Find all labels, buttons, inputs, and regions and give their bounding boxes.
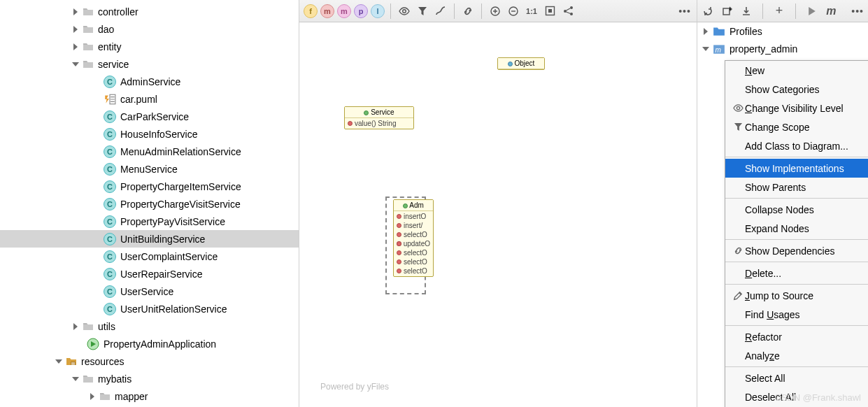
node-row: selectO <box>404 249 427 257</box>
path-icon[interactable] <box>433 3 448 19</box>
zoom-out-icon[interactable] <box>506 3 521 19</box>
chevron-right-icon[interactable] <box>70 8 81 15</box>
link-icon[interactable] <box>460 3 476 19</box>
maven-profiles[interactable]: Profiles <box>697 22 868 40</box>
menu-item[interactable]: Show ParentsCtrl+Alt+P <box>725 178 868 197</box>
zoom-in-icon[interactable] <box>488 3 503 19</box>
tree-folder-utils[interactable]: utils <box>0 317 299 335</box>
tree-label: MenuAdminRelationService <box>120 146 241 157</box>
menu-label: Analyze <box>745 350 868 362</box>
chevron-down-icon[interactable] <box>70 376 81 383</box>
tree-item[interactable]: CPropertyChargeVisitService <box>0 195 299 213</box>
more-icon[interactable]: ••• <box>677 3 692 19</box>
tree-folder-service[interactable]: service <box>0 55 299 73</box>
class-icon: C <box>104 145 116 158</box>
menu-label: Show Implementations <box>745 163 868 174</box>
tree-item[interactable]: CPropertyPayVisitService <box>0 213 299 230</box>
download-icon[interactable] <box>741 3 753 19</box>
tree-item-app[interactable]: PropertyAdminApplication <box>0 335 299 352</box>
tree-item[interactable]: CPropertyChargeItemService <box>0 178 299 195</box>
tree-item[interactable]: CCarParkService <box>0 108 299 125</box>
puml-icon <box>104 93 116 106</box>
share-icon[interactable] <box>560 3 576 19</box>
tree-label: PropertyChargeItemService <box>120 181 241 192</box>
maven-toolbar: + m ••• <box>697 0 868 22</box>
filter-m-button[interactable]: m <box>337 4 351 18</box>
filter-I-button[interactable]: I <box>371 4 385 18</box>
tree-item[interactable]: CHouseInfoService <box>0 125 299 143</box>
tree-label: dao <box>98 24 114 35</box>
tree-label: PropertyPayVisitService <box>120 216 225 227</box>
tree-folder-dao[interactable]: dao <box>0 20 299 38</box>
svg-rect-7 <box>548 9 552 13</box>
fit-icon[interactable] <box>542 3 557 19</box>
tree-folder-mapper[interactable]: mapper <box>0 387 299 405</box>
uml-node-admin[interactable]: Adm insertOinsert/selectOupdateOselectOs… <box>393 199 434 277</box>
menu-item[interactable]: Jump to SourceF12 <box>725 286 868 305</box>
menu-item[interactable]: Expand NodesE <box>725 219 868 238</box>
menu-item[interactable]: Delete...Delete <box>725 264 868 283</box>
filter-m-button[interactable]: m <box>320 4 334 18</box>
chevron-down-icon[interactable] <box>700 45 711 52</box>
diagram-canvas[interactable]: Object Service value() String Adm insert… <box>299 22 697 407</box>
menu-item[interactable]: Collapse NodesC <box>725 200 868 219</box>
chevron-right-icon[interactable] <box>70 323 81 330</box>
watermark: CSDN @Frank.shawl <box>774 392 861 403</box>
filter-f-button[interactable]: f <box>304 4 318 18</box>
add-icon[interactable]: + <box>773 3 785 19</box>
chevron-right-icon[interactable] <box>700 28 711 35</box>
more-icon[interactable]: ••• <box>851 3 864 19</box>
menu-item[interactable]: Show Dependencies <box>725 241 868 260</box>
chevron-down-icon[interactable] <box>70 61 81 68</box>
separator <box>390 3 391 19</box>
generate-sources-icon[interactable] <box>721 3 734 19</box>
menu-item[interactable]: Add Class to Diagram...空格 <box>725 136 868 155</box>
menu-item[interactable]: Find UsagesCtrl+G <box>725 305 868 324</box>
menu-label: Jump to Source <box>745 290 868 301</box>
menu-item[interactable]: Show Categories <box>725 80 868 99</box>
maven-m-icon[interactable]: m <box>825 3 837 19</box>
tree-item[interactable]: CUserRepairService <box>0 265 299 283</box>
menu-item[interactable]: Refactor <box>725 327 868 346</box>
eye-icon[interactable] <box>397 3 412 19</box>
node-row: updateO <box>404 240 430 248</box>
chevron-right-icon[interactable] <box>70 26 81 33</box>
menu-divider <box>725 239 868 240</box>
zoom-11-icon[interactable]: 1:1 <box>524 3 539 19</box>
tree-folder-mybatis[interactable]: mybatis <box>0 370 299 387</box>
project-tree[interactable]: controllerdaoentityserviceCAdminServicec… <box>0 0 299 407</box>
menu-item[interactable]: New <box>725 61 868 80</box>
chevron-right-icon[interactable] <box>70 43 81 50</box>
svg-point-11 <box>737 106 739 109</box>
chevron-right-icon[interactable] <box>87 393 98 400</box>
tree-item[interactable]: CUserService <box>0 283 299 300</box>
tree-item[interactable]: CAdminService <box>0 73 299 90</box>
filter-p-button[interactable]: p <box>354 4 368 18</box>
maven-project[interactable]: mproperty_admin <box>697 40 868 57</box>
chevron-down-icon[interactable] <box>53 358 64 365</box>
tree-item[interactable]: CUserComplaintService <box>0 248 299 265</box>
menu-item[interactable]: Select AllCtrl+A <box>725 369 868 387</box>
menu-item[interactable]: Change Scope <box>725 117 868 136</box>
run-icon[interactable] <box>806 3 818 19</box>
tree-item[interactable]: CMenuService <box>0 160 299 178</box>
label: Profiles <box>730 26 762 37</box>
tree-item[interactable]: car.puml <box>0 90 299 108</box>
tree-item[interactable]: CMenuAdminRelationService <box>0 143 299 160</box>
tree-item[interactable]: CUserUnitRelationService <box>0 300 299 317</box>
tree-label: controller <box>98 6 138 17</box>
tree-folder-entity[interactable]: entity <box>0 38 299 55</box>
uml-node-service[interactable]: Service value() String <box>344 106 414 129</box>
menu-item[interactable]: Change Visibility Level <box>725 99 868 117</box>
uml-node-object[interactable]: Object <box>497 57 545 70</box>
tree-folder-controller[interactable]: controller <box>0 3 299 20</box>
filter-icon <box>731 122 745 131</box>
context-menu: NewShow CategoriesChange Visibility Leve… <box>725 60 868 407</box>
tree-item[interactable]: CUnitBuildingService <box>0 230 299 248</box>
reload-icon[interactable] <box>702 3 714 19</box>
tree-folder-resources[interactable]: resources <box>0 352 299 370</box>
menu-item[interactable]: Show ImplementationsCtrl+T <box>725 159 868 178</box>
filter-icon[interactable] <box>415 3 430 19</box>
menu-item[interactable]: Analyze <box>725 346 868 365</box>
menu-label: Add Class to Diagram... <box>745 141 868 152</box>
